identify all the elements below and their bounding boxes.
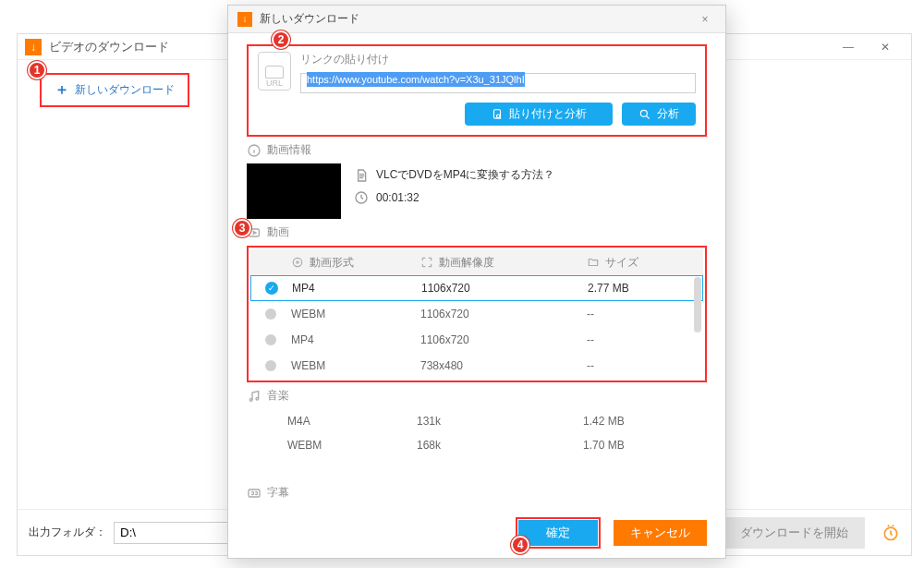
- url-input[interactable]: https://www.youtube.com/watch?v=X3u_31JQ…: [300, 73, 696, 93]
- new-download-label: 新しいダウンロード: [75, 82, 175, 98]
- step-badge-1: 1: [28, 61, 46, 79]
- cancel-button[interactable]: キャンセル: [614, 520, 707, 546]
- scrollbar[interactable]: [694, 277, 701, 332]
- video-info-section: 動画情報 VLCでDVDをMP4に変換する方法？ 00:01:32: [247, 142, 707, 219]
- main-title: ビデオのダウンロード: [49, 39, 169, 55]
- new-download-button[interactable]: ＋ 新しいダウンロード: [40, 73, 189, 107]
- svg-point-3: [640, 110, 647, 116]
- info-section-label: 動画情報: [267, 142, 311, 158]
- subtitle-section-label: 字幕: [267, 485, 289, 501]
- radio-unchecked-icon: [265, 360, 276, 371]
- dialog-content: URL リンクの貼り付け https://www.youtube.com/wat…: [228, 33, 725, 508]
- app-icon-small: ↓: [237, 12, 252, 27]
- dialog-close-button[interactable]: ×: [694, 13, 716, 26]
- resolution-icon: [420, 256, 433, 269]
- radio-checked-icon: ✓: [265, 282, 278, 295]
- schedule-icon[interactable]: [881, 524, 900, 542]
- svg-point-8: [297, 261, 298, 263]
- disc-icon: [291, 256, 304, 269]
- format-row[interactable]: ✓ MP4 1106x720 2.77 MB: [250, 275, 703, 301]
- format-row[interactable]: WEBM 1106x720 --: [250, 301, 703, 327]
- svg-point-2: [496, 115, 500, 118]
- audio-row[interactable]: WEBM 168k 1.70 MB: [247, 433, 707, 457]
- minimize-button[interactable]: —: [830, 36, 867, 58]
- dialog-title: 新しいダウンロード: [260, 11, 694, 27]
- cc-icon: [247, 486, 261, 501]
- radio-unchecked-icon: [265, 308, 276, 320]
- folder-icon: [587, 256, 600, 269]
- clock-icon: [354, 190, 369, 205]
- subtitle-section: 字幕 元の字幕 言語 ⌄: [247, 485, 707, 508]
- video-thumbnail: [247, 163, 341, 219]
- step-badge-4: 4: [511, 536, 529, 554]
- document-icon: [354, 168, 369, 183]
- dialog-footer: 確定 キャンセル: [228, 508, 725, 558]
- audio-section-label: 音楽: [267, 388, 289, 404]
- ok-button[interactable]: 確定: [518, 520, 598, 546]
- music-icon: [247, 389, 261, 404]
- output-folder-label: 出力フォルダ：: [29, 525, 106, 540]
- svg-point-10: [256, 397, 259, 400]
- close-button[interactable]: ✕: [867, 36, 904, 58]
- video-duration: 00:01:32: [376, 191, 419, 204]
- audio-section: 音楽 M4A 131k 1.42 MB WEBM 168k 1.70 MB: [247, 388, 707, 457]
- video-section-label: 動画: [267, 224, 289, 240]
- format-row[interactable]: WEBM 738x480 --: [250, 353, 703, 379]
- format-table-header: 動画形式 動画解像度 サイズ: [250, 249, 703, 275]
- svg-point-7: [293, 258, 301, 266]
- analyze-button[interactable]: 分析: [622, 103, 696, 126]
- radio-unchecked-icon: [265, 334, 276, 345]
- new-download-dialog: ↓ 新しいダウンロード × URL リンクの貼り付け https://www.y…: [227, 5, 726, 559]
- url-paste-label: リンクの貼り付け: [300, 52, 696, 67]
- step-badge-2: 2: [272, 30, 290, 49]
- paste-analyze-button[interactable]: 貼り付けと分析: [465, 103, 613, 126]
- plus-icon: ＋: [55, 80, 69, 100]
- svg-point-9: [249, 398, 252, 401]
- audio-row[interactable]: M4A 131k 1.42 MB: [247, 409, 707, 433]
- video-title: VLCでDVDをMP4に変換する方法？: [376, 167, 554, 183]
- step-badge-3: 3: [233, 219, 251, 237]
- start-download-button[interactable]: ダウンロードを開始: [723, 517, 865, 549]
- url-paste-section: URL リンクの貼り付け https://www.youtube.com/wat…: [247, 44, 707, 137]
- app-icon: ↓: [25, 39, 42, 55]
- video-formats-section: 動画 動画形式 動画解像度 サイズ ✓ MP4 1106x720 2.77 MB: [247, 224, 707, 382]
- format-row[interactable]: MP4 1106x720 --: [250, 327, 703, 353]
- dialog-titlebar: ↓ 新しいダウンロード ×: [228, 6, 725, 33]
- url-document-icon: URL: [258, 52, 291, 91]
